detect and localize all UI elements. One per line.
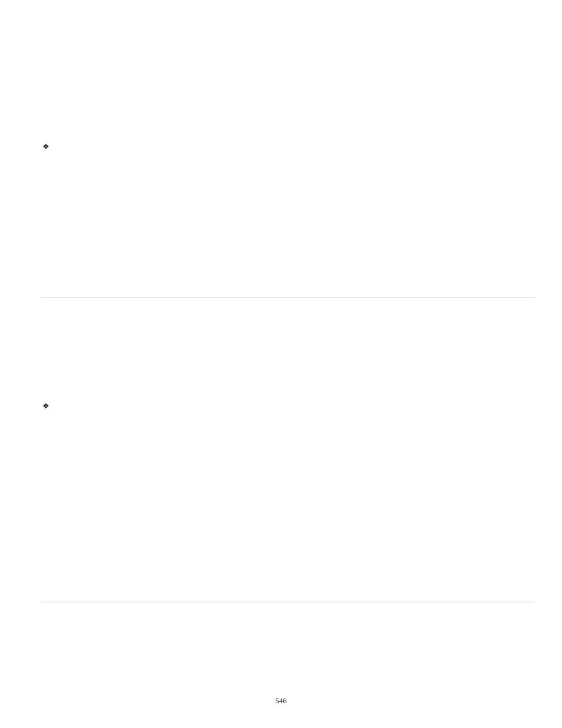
section-divider (41, 297, 535, 298)
ornament-icon: ❖ (42, 142, 49, 151)
section-divider (41, 602, 535, 602)
ornament-icon: ❖ (42, 401, 49, 411)
page-content: ❖ ❖ (41, 0, 535, 728)
page-number: 546 (275, 696, 287, 706)
